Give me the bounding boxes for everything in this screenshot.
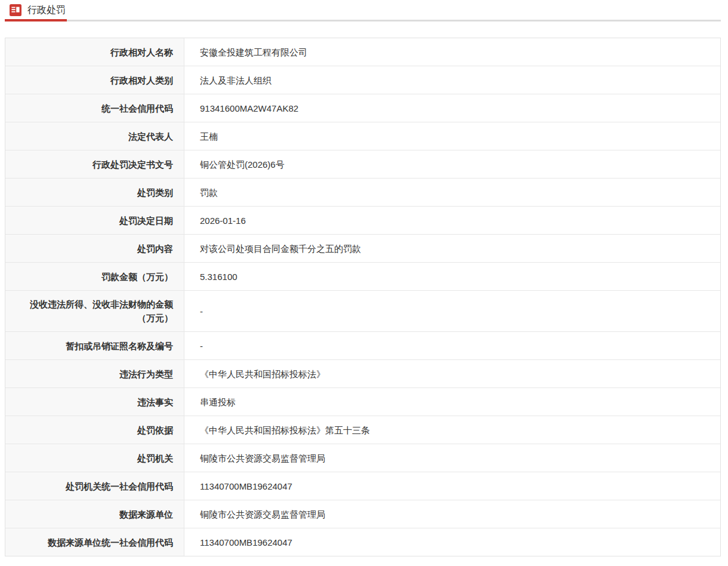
tab-administrative-penalty[interactable]: 行政处罚	[10, 4, 66, 17]
table-row: 统一社会信用代码 91341600MA2W47AK82	[5, 94, 720, 122]
field-label: 处罚机关	[5, 444, 184, 472]
table-row: 暂扣或吊销证照名称及编号 -	[5, 331, 720, 359]
field-value: 法人及非法人组织	[184, 66, 720, 94]
field-label: 处罚机关统一社会信用代码	[5, 472, 184, 500]
field-value: 《中华人民共和国招标投标法》第五十三条	[184, 416, 720, 444]
field-label: 数据来源单位统一社会信用代码	[5, 528, 184, 556]
table-row: 处罚机关 铜陵市公共资源交易监督管理局	[5, 444, 720, 472]
field-value: 铜陵市公共资源交易监督管理局	[184, 444, 720, 472]
field-value: 串通投标	[184, 388, 720, 416]
field-value: -	[184, 332, 720, 359]
field-label: 统一社会信用代码	[5, 94, 184, 122]
field-value: 11340700MB19624047	[184, 472, 720, 500]
table-row: 处罚类别 罚款	[5, 178, 720, 206]
page-title: 行政处罚	[27, 4, 66, 17]
field-value: 对该公司处项目合同金额千分之五的罚款	[184, 235, 720, 262]
field-label: 法定代表人	[5, 122, 184, 150]
table-row: 行政相对人名称 安徽全投建筑工程有限公司	[5, 38, 720, 66]
field-label: 处罚内容	[5, 235, 184, 262]
field-value: 5.316100	[184, 263, 720, 290]
field-value: 安徽全投建筑工程有限公司	[184, 38, 720, 66]
field-label: 数据来源单位	[5, 500, 184, 528]
field-value: 铜陵市公共资源交易监督管理局	[184, 500, 720, 528]
active-tab-indicator	[5, 19, 67, 21]
table-row: 数据来源单位统一社会信用代码 11340700MB19624047	[5, 528, 720, 556]
table-row: 法定代表人 王楠	[5, 122, 720, 150]
field-value: 铜公管处罚(2026)6号	[184, 150, 720, 178]
field-value: 《中华人民共和国招标投标法》	[184, 360, 720, 387]
field-label: 违法行为类型	[5, 360, 184, 387]
field-label: 行政相对人类别	[5, 66, 184, 94]
table-row: 数据来源单位 铜陵市公共资源交易监督管理局	[5, 500, 720, 528]
header-divider	[5, 20, 721, 21]
field-value: 2026-01-16	[184, 207, 720, 234]
field-label: 罚款金额（万元）	[5, 263, 184, 290]
field-label: 暂扣或吊销证照名称及编号	[5, 332, 184, 359]
table-row: 违法事实 串通投标	[5, 387, 720, 416]
field-label: 没收违法所得、没收非法财物的金额（万元）	[5, 291, 184, 331]
table-row: 行政相对人类别 法人及非法人组织	[5, 66, 720, 94]
table-row: 处罚机关统一社会信用代码 11340700MB19624047	[5, 472, 720, 500]
table-row: 处罚决定日期 2026-01-16	[5, 206, 720, 234]
page-header: 行政处罚	[0, 0, 728, 20]
field-value: 王楠	[184, 122, 720, 150]
table-row: 行政处罚决定书文号 铜公管处罚(2026)6号	[5, 150, 720, 178]
table-row: 违法行为类型 《中华人民共和国招标投标法》	[5, 359, 720, 387]
penalty-detail-table: 行政相对人名称 安徽全投建筑工程有限公司 行政相对人类别 法人及非法人组织 统一…	[5, 38, 721, 556]
field-label: 处罚决定日期	[5, 207, 184, 234]
table-row: 处罚内容 对该公司处项目合同金额千分之五的罚款	[5, 234, 720, 262]
field-value: 11340700MB19624047	[184, 528, 720, 556]
field-label: 违法事实	[5, 388, 184, 416]
field-label: 行政相对人名称	[5, 38, 184, 66]
table-row: 没收违法所得、没收非法财物的金额（万元） -	[5, 290, 720, 331]
field-value: 罚款	[184, 179, 720, 206]
news-icon	[10, 4, 21, 16]
field-label: 处罚依据	[5, 416, 184, 444]
table-row: 罚款金额（万元） 5.316100	[5, 262, 720, 290]
table-row: 处罚依据 《中华人民共和国招标投标法》第五十三条	[5, 416, 720, 444]
field-value: -	[184, 291, 720, 331]
field-value: 91341600MA2W47AK82	[184, 94, 720, 122]
field-label: 行政处罚决定书文号	[5, 150, 184, 178]
field-label: 处罚类别	[5, 179, 184, 206]
